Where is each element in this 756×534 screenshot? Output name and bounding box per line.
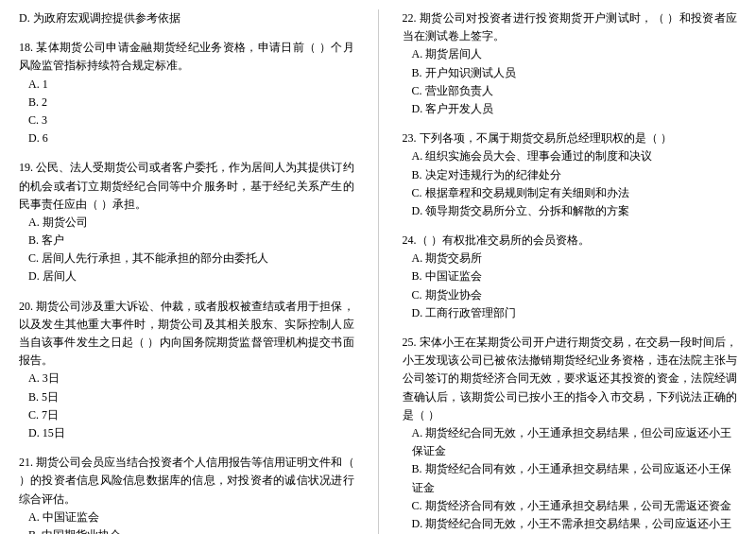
- q23-opt-d: D. 领导期货交易所分立、分拆和解散的方案: [412, 202, 738, 220]
- q22-opt-b: B. 开户知识测试人员: [412, 64, 738, 82]
- q20-title: 20. 期货公司涉及重大诉讼、仲裁，或者股权被查结或者用于担保，以及发生其他重大…: [19, 298, 354, 370]
- question-18: 18. 某体期货公司申请金融期货经纪业务资格，申请日前（ ）个月风险监管指标持续…: [19, 39, 354, 147]
- q19-options: A. 期货公司 B. 客户 C. 居间人先行承担，其不能承担的部分由委托人 D.…: [28, 214, 354, 286]
- right-column: 22. 期货公司对投资者进行投资期货开户测试时，（ ）和投资者应当在测试卷上签字…: [403, 9, 738, 534]
- q21-text: 期货公司会员应当结合投资者个人信用报告等信用证明文件和（ ）的投资者信息风险信息…: [19, 456, 354, 505]
- question-24: 24.（ ）有权批准交易所的会员资格。 A. 期货交易所 B. 中国证监会 C.…: [403, 232, 738, 322]
- q22-opt-d: D. 客户开发人员: [412, 100, 738, 118]
- q18-title: 18. 某体期货公司申请金融期货经纪业务资格，申请日前（ ）个月风险监管指标持续…: [19, 39, 354, 75]
- q19-opt-a: A. 期货公司: [28, 214, 354, 232]
- q21-opt-a: A. 中国证监会: [28, 508, 354, 526]
- q23-opt-c: C. 根据章程和交易规则制定有关细则和办法: [412, 184, 738, 202]
- q18-opt-d: D. 6: [28, 129, 354, 147]
- q24-opt-b: B. 中国证监会: [412, 267, 738, 285]
- question-25: 25. 宋体小王在某期货公司开户进行期货交易，在交易一段时间后，小王发现该公司已…: [403, 334, 738, 534]
- q22-options: A. 期货居间人 B. 开户知识测试人员 C. 营业部负责人 D. 客户开发人员: [412, 45, 738, 118]
- q25-options: A. 期货经纪合同无效，小王通承担交易结果，但公司应返还小王保证金 B. 期货经…: [412, 424, 738, 534]
- q18-text: 某体期货公司申请金融期货经纪业务资格，申请日前（ ）个月风险监管指标持续符合规定…: [19, 41, 354, 72]
- q25-opt-c: C. 期货经济合同有效，小王通承担交易结果，公司无需返还资金: [412, 497, 738, 515]
- q22-number: 22.: [403, 11, 417, 25]
- q21-options: A. 中国证监会 B. 中国期货业协会 C. 中国银监会 D. 中国人民银行: [28, 508, 354, 534]
- question-d: D. 为政府宏观调控提供参考依据: [19, 9, 354, 27]
- question-20: 20. 期货公司涉及重大诉讼、仲裁，或者股权被查结或者用于担保，以及发生其他重大…: [19, 298, 354, 443]
- q21-number: 21.: [19, 456, 33, 469]
- q25-opt-a: A. 期货经纪合同无效，小王通承担交易结果，但公司应返还小王保证金: [412, 424, 738, 460]
- q23-text: 下列各项，不属于期货交易所总经理职权的是（ ）: [420, 131, 672, 145]
- q19-title: 19. 公民、法人受期货公司或者客户委托，作为居间人为其提供订约的机会或者订立期…: [19, 159, 354, 214]
- q23-opt-a: A. 组织实施会员大会、理事会通过的制度和决议: [412, 147, 738, 165]
- q23-title: 23. 下列各项，不属于期货交易所总经理职权的是（ ）: [403, 129, 738, 147]
- q24-opt-a: A. 期货交易所: [412, 250, 738, 267]
- q22-title: 22. 期货公司对投资者进行投资期货开户测试时，（ ）和投资者应当在测试卷上签字…: [403, 9, 738, 45]
- q22-opt-a: A. 期货居间人: [412, 45, 738, 63]
- q18-opt-c: C. 3: [28, 112, 354, 129]
- page-container: D. 为政府宏观调控提供参考依据 18. 某体期货公司申请金融期货经纪业务资格，…: [19, 9, 737, 534]
- q24-opt-c: C. 期货业协会: [412, 286, 738, 304]
- q20-number: 20.: [19, 300, 33, 313]
- column-divider: [378, 9, 379, 534]
- question-21: 21. 期货公司会员应当结合投资者个人信用报告等信用证明文件和（ ）的投资者信息…: [19, 454, 354, 534]
- q20-opt-d: D. 15日: [28, 424, 354, 442]
- q18-number: 18.: [19, 41, 33, 54]
- q23-number: 23.: [403, 131, 417, 145]
- q19-number: 19.: [19, 161, 33, 174]
- q21-title: 21. 期货公司会员应当结合投资者个人信用报告等信用证明文件和（ ）的投资者信息…: [19, 454, 354, 508]
- q24-opt-d: D. 工商行政管理部门: [412, 304, 738, 322]
- q22-text: 期货公司对投资者进行投资期货开户测试时，（ ）和投资者应当在测试卷上签字。: [403, 11, 738, 43]
- q18-opt-a: A. 1: [28, 76, 354, 94]
- question-23: 23. 下列各项，不属于期货交易所总经理职权的是（ ） A. 组织实施会员大会、…: [403, 129, 738, 220]
- q19-opt-b: B. 客户: [28, 232, 354, 250]
- question-22: 22. 期货公司对投资者进行投资期货开户测试时，（ ）和投资者应当在测试卷上签字…: [403, 9, 738, 118]
- q25-text: 宋体小王在某期货公司开户进行期货交易，在交易一段时间后，小王发现该公司已被依法撤…: [403, 336, 738, 422]
- option-d-text: D. 为政府宏观调控提供参考依据: [19, 9, 354, 27]
- left-column: D. 为政府宏观调控提供参考依据 18. 某体期货公司申请金融期货经纪业务资格，…: [19, 9, 354, 534]
- q20-options: A. 3日 B. 5日 C. 7日 D. 15日: [28, 370, 354, 442]
- q20-opt-a: A. 3日: [28, 370, 354, 388]
- q25-number: 25.: [403, 336, 417, 349]
- q19-opt-c: C. 居间人先行承担，其不能承担的部分由委托人: [28, 250, 354, 267]
- q24-options: A. 期货交易所 B. 中国证监会 C. 期货业协会 D. 工商行政管理部门: [412, 250, 738, 322]
- q23-options: A. 组织实施会员大会、理事会通过的制度和决议 B. 决定对违规行为的纪律处分 …: [412, 147, 738, 220]
- q24-number: 24.（ ）有权批准交易所的会员资格。: [403, 233, 590, 247]
- q20-text: 期货公司涉及重大诉讼、仲裁，或者股权被查结或者用于担保，以及发生其他重大事件时，…: [19, 300, 354, 368]
- q23-opt-b: B. 决定对违规行为的纪律处分: [412, 166, 738, 184]
- q18-options: A. 1 B. 2 C. 3 D. 6: [28, 76, 354, 148]
- q25-title: 25. 宋体小王在某期货公司开户进行期货交易，在交易一段时间后，小王发现该公司已…: [403, 334, 738, 424]
- q19-opt-d: D. 居间人: [28, 267, 354, 285]
- q22-opt-c: C. 营业部负责人: [412, 82, 738, 100]
- q20-opt-c: C. 7日: [28, 406, 354, 424]
- q20-opt-b: B. 5日: [28, 388, 354, 406]
- q25-opt-d: D. 期货经纪合同无效，小王不需承担交易结果，公司应返还小王全部投资: [412, 515, 738, 534]
- question-19: 19. 公民、法人受期货公司或者客户委托，作为居间人为其提供订约的机会或者订立期…: [19, 159, 354, 285]
- q19-text: 公民、法人受期货公司或者客户委托，作为居间人为其提供订约的机会或者订立期货经纪合…: [19, 161, 354, 210]
- q24-title: 24.（ ）有权批准交易所的会员资格。: [403, 232, 738, 250]
- q21-opt-b: B. 中国期货业协会: [28, 526, 354, 534]
- q18-opt-b: B. 2: [28, 94, 354, 112]
- q25-opt-b: B. 期货经纪合同有效，小王通承担交易结果，公司应返还小王保证金: [412, 460, 738, 496]
